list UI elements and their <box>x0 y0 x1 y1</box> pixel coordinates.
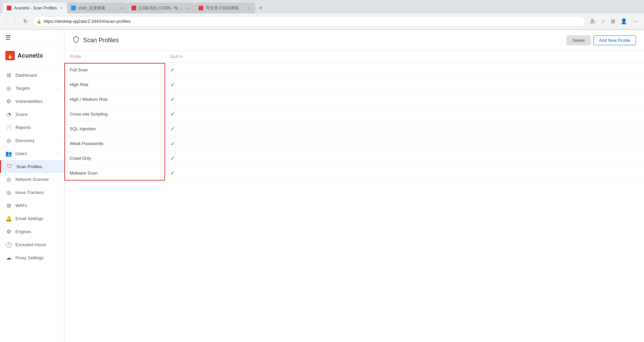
users-icon: 👥 <box>5 150 12 157</box>
scans-icon: ◔ <box>5 111 12 118</box>
more-button[interactable]: ⋯ <box>631 17 640 26</box>
table-container: Profile Built In Full Scan✓High Risk✓Hig… <box>64 51 644 342</box>
profile-cell: Cross-site Scripting <box>64 107 165 122</box>
targets-icon: ◎ <box>5 85 12 91</box>
sidebar-item-proxy-settings[interactable]: ☁Proxy Settings <box>0 251 64 264</box>
sidebar-item-discovery[interactable]: ◎Discovery› <box>0 134 64 147</box>
browser-tab-4[interactable]: 写文章-CSDN博客× <box>195 3 255 13</box>
dashboard-icon: ⊞ <box>5 72 12 78</box>
table-row[interactable]: Malware Scan✓ <box>64 166 644 181</box>
page-header: Scan Profiles Delete Add New Profile <box>64 30 644 51</box>
issue-trackers-icon: ◎ <box>5 189 12 196</box>
back-button[interactable]: ‹ <box>4 17 10 26</box>
table-row[interactable]: High / Medium Risk✓ <box>64 92 644 107</box>
sidebar-item-label-wafs: WAFs <box>15 203 59 208</box>
check-icon: ✓ <box>170 67 175 73</box>
discovery-chevron-icon: › <box>57 139 59 143</box>
sidebar: ☰ 🔥 Acunetix ⊞Dashboard◎Targets›⚙Vulnera… <box>0 30 64 342</box>
browser-tab-1[interactable]: Acunetix - Scan Profiles× <box>3 3 67 13</box>
sidebar-item-scan-profiles[interactable]: 🛡Scan Profiles <box>0 160 64 173</box>
table-row[interactable]: Weak Passwords✓ <box>64 136 644 151</box>
sidebar-item-excluded-hours[interactable]: 🕐Excluded Hours <box>0 238 64 251</box>
sidebar-item-vulnerabilities[interactable]: ⚙Vulnerabilities <box>0 95 64 108</box>
sidebar-item-label-dashboard: Dashboard <box>15 73 59 78</box>
vulnerabilities-icon: ⚙ <box>5 98 12 105</box>
sidebar-item-network-scanner[interactable]: ◎Network Scanner <box>0 173 64 186</box>
sidebar-item-reports[interactable]: 📄Reports <box>0 121 64 134</box>
profiles-table: Profile Built In Full Scan✓High Risk✓Hig… <box>64 51 644 181</box>
new-tab-button[interactable]: + <box>256 5 265 12</box>
browser-tab-3[interactable]: (13条消息) CSDN - 专业开发者社区...× <box>127 3 195 13</box>
sidebar-item-issue-trackers[interactable]: ◎Issue Trackers <box>0 186 64 199</box>
proxy-settings-icon: ☁ <box>5 255 12 261</box>
logo-text: Acunetix <box>17 52 43 59</box>
table-row[interactable]: Cross-site Scripting✓ <box>64 107 644 122</box>
sidebar-navigation: ⊞Dashboard◎Targets›⚙Vulnerabilities◔Scan… <box>0 66 64 342</box>
builtin-cell: ✓ <box>165 136 644 151</box>
sidebar-item-users[interactable]: 👥Users› <box>0 147 64 160</box>
table-row[interactable]: SQL Injection✓ <box>64 122 644 136</box>
tab-title: (13条消息) CSDN - 专业开发者社区... <box>139 5 184 11</box>
profile-cell: SQL Injection <box>64 122 165 136</box>
tab-favicon <box>71 6 76 10</box>
tab-favicon <box>199 6 203 10</box>
sidebar-item-label-email-settings: Email Settings <box>15 216 59 221</box>
tab-close-button[interactable]: × <box>247 5 251 11</box>
network-scanner-icon: ◎ <box>5 176 12 183</box>
translate-button[interactable]: あ <box>588 16 597 26</box>
targets-chevron-icon: › <box>57 86 59 90</box>
forward-button[interactable]: › <box>12 17 18 26</box>
table-row[interactable]: Crawl Only✓ <box>64 151 644 166</box>
acunetix-flame-icon: 🔥 <box>5 51 15 60</box>
sidebar-item-label-issue-trackers: Issue Trackers <box>15 190 59 195</box>
bookmark-star-button[interactable]: ☆ <box>599 17 607 26</box>
delete-button[interactable]: Delete <box>567 36 591 45</box>
check-icon: ✓ <box>170 141 175 146</box>
builtin-cell: ✓ <box>165 77 644 92</box>
profile-cell: Crawl Only <box>64 151 165 166</box>
hamburger-button[interactable]: ☰ <box>5 34 11 41</box>
profile-cell: High / Medium Risk <box>64 92 165 107</box>
sidebar-item-label-scan-profiles: Scan Profiles <box>16 164 59 169</box>
sidebar-item-label-discovery: Discovery <box>15 138 54 143</box>
browser-tab-2[interactable]: csdn_百度搜索× <box>67 3 127 13</box>
url-input[interactable] <box>44 19 581 24</box>
profile-cell: Weak Passwords <box>64 136 165 151</box>
check-icon: ✓ <box>170 96 175 102</box>
tab-close-button[interactable]: × <box>120 5 123 11</box>
profile-cell: Malware Scan <box>64 166 165 181</box>
tab-close-button[interactable]: × <box>59 5 63 11</box>
sidebar-item-scans[interactable]: ◔Scans <box>0 108 64 121</box>
table-row[interactable]: High Risk✓ <box>64 77 644 92</box>
sidebar-item-email-settings[interactable]: 🔔Email Settings <box>0 212 64 225</box>
sidebar-item-label-targets: Targets <box>15 86 54 91</box>
sidebar-item-targets[interactable]: ◎Targets› <box>0 82 64 95</box>
wafs-icon: ⊞ <box>5 202 12 209</box>
profile-cell: Full Scan <box>64 63 165 77</box>
tab-close-button[interactable]: × <box>187 5 190 11</box>
engines-icon: ⚙ <box>5 228 12 235</box>
builtin-column-header: Built In <box>165 51 644 63</box>
lock-icon: 🔒 <box>37 19 42 24</box>
tab-title: Acunetix - Scan Profiles <box>14 6 57 10</box>
shield-icon <box>72 36 80 45</box>
sidebar-item-dashboard[interactable]: ⊞Dashboard <box>0 69 64 82</box>
app-logo: 🔥 Acunetix <box>0 46 64 66</box>
sidebar-item-engines[interactable]: ⚙Engines <box>0 225 64 238</box>
add-new-profile-button[interactable]: Add New Profile <box>593 36 636 45</box>
sidebar-item-wafs[interactable]: ⊞WAFs <box>0 199 64 212</box>
sidebar-item-label-proxy-settings: Proxy Settings <box>15 255 59 260</box>
page-title: Scan Profiles <box>83 37 119 44</box>
refresh-button[interactable]: ↻ <box>21 17 30 26</box>
profile-cell: High Risk <box>64 77 165 92</box>
tab-favicon <box>7 6 11 10</box>
sidebar-item-label-reports: Reports <box>15 125 59 130</box>
discovery-icon: ◎ <box>5 137 12 144</box>
profile-button[interactable]: 👤 <box>619 17 629 26</box>
check-icon: ✓ <box>170 155 175 161</box>
tab-title: 写文章-CSDN博客 <box>206 5 245 11</box>
table-row[interactable]: Full Scan✓ <box>64 63 644 77</box>
collections-button[interactable]: ⊞ <box>609 17 617 26</box>
sidebar-item-label-scans: Scans <box>15 112 59 117</box>
profile-column-header: Profile <box>64 51 165 63</box>
